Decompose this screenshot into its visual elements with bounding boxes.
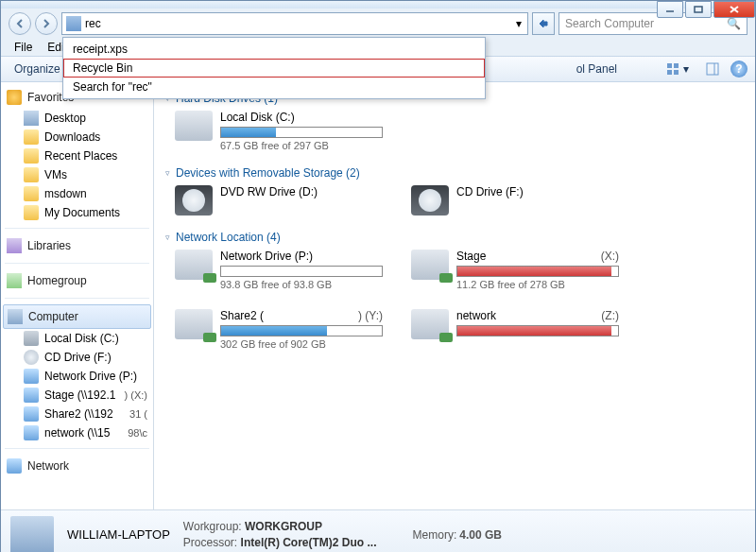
- drive-local-c[interactable]: Local Disk (C:) 67.5 GB free of 297 GB: [175, 111, 383, 151]
- drive-network-p[interactable]: Network Drive (P:) 93.8 GB free of 93.8 …: [175, 250, 383, 290]
- preview-icon: [706, 62, 719, 76]
- details-title: WILLIAM-LAPTOP: [67, 527, 170, 542]
- svg-rect-6: [667, 70, 672, 75]
- nav-network-drive-p[interactable]: Network Drive (P:): [3, 367, 151, 386]
- capacity-bar: [456, 325, 619, 336]
- menu-file[interactable]: File: [7, 39, 40, 56]
- nav-desktop[interactable]: Desktop: [3, 109, 151, 128]
- nav-downloads[interactable]: Downloads: [3, 128, 151, 147]
- suggestion-item[interactable]: receipt.xps: [63, 40, 485, 59]
- folder-icon: [24, 129, 39, 145]
- drive-network-z[interactable]: network (Z:): [411, 309, 619, 350]
- computer-thumb-icon: [10, 516, 54, 553]
- folder-icon: [24, 148, 39, 164]
- address-dropdown[interactable]: ▾: [510, 13, 527, 34]
- computer-icon: [8, 309, 23, 324]
- nav-vms[interactable]: VMs: [3, 165, 151, 184]
- address-bar[interactable]: ▾ receipt.xps Recycle Bin Search for "re…: [61, 12, 528, 35]
- back-button[interactable]: [9, 12, 31, 35]
- network-drive-icon: [24, 388, 39, 403]
- chevron-down-icon: ▾: [683, 62, 689, 76]
- network-drive-icon: [175, 309, 213, 339]
- svg-rect-1: [695, 7, 702, 12]
- capacity-bar: [220, 325, 383, 336]
- folder-icon: [24, 205, 39, 220]
- drive-label: Stage (X:): [456, 250, 619, 263]
- forward-button[interactable]: [35, 12, 58, 35]
- group-header[interactable]: ▿Devices with Removable Storage (2): [165, 164, 744, 181]
- toolbar-label: ol Panel: [576, 62, 617, 76]
- network-drive-icon: [411, 309, 449, 339]
- svg-rect-4: [667, 63, 672, 68]
- nav-msdown[interactable]: msdown: [3, 184, 151, 203]
- optical-drive-icon: [175, 185, 213, 216]
- drive-label: CD Drive (F:): [456, 185, 619, 198]
- nav-mydocuments[interactable]: My Documents: [3, 203, 151, 222]
- drive-capacity: 302 GB free of 902 GB: [220, 338, 383, 350]
- group-network: ▿Network Location (4) Network Drive (P:)…: [165, 229, 744, 354]
- group-header[interactable]: ▿Network Location (4): [165, 229, 744, 246]
- collapse-icon: ▿: [165, 168, 170, 178]
- drive-stage-x[interactable]: Stage (X:) 11.2 GB free of 278 GB: [411, 250, 619, 290]
- nav-cd-drive-f[interactable]: CD Drive (F:): [3, 348, 151, 367]
- folder-icon: [24, 186, 39, 201]
- drive-label: Local Disk (C:): [220, 111, 383, 124]
- nav-computer[interactable]: Computer: [3, 304, 151, 329]
- homegroup-icon: [7, 273, 22, 288]
- titlebar: [1, 1, 755, 9]
- close-button[interactable]: [713, 1, 755, 18]
- nav-row: ▾ receipt.xps Recycle Bin Search for "re…: [1, 9, 755, 39]
- drive-capacity: 93.8 GB free of 93.8 GB: [220, 279, 383, 290]
- help-button[interactable]: ?: [730, 60, 747, 78]
- network-drive-icon: [411, 250, 449, 280]
- content-pane: ▿Hard Disk Drives (1) Local Disk (C:) 67…: [154, 82, 755, 509]
- nav-homegroup[interactable]: Homegroup: [3, 269, 151, 292]
- computer-icon: [66, 16, 81, 31]
- drive-dvd-d[interactable]: DVD RW Drive (D:): [175, 185, 383, 216]
- body: Favorites Desktop Downloads Recent Place…: [1, 82, 755, 509]
- collapse-icon: ▿: [165, 233, 170, 242]
- details-columns: Workgroup: WORKGROUP Processor: Intel(R)…: [183, 519, 377, 551]
- preview-pane-button[interactable]: [700, 60, 725, 78]
- details-memory: Memory: 4.00 GB: [413, 528, 502, 542]
- window-controls: [657, 1, 755, 18]
- address-input[interactable]: [85, 14, 510, 33]
- maximize-button[interactable]: [685, 1, 712, 18]
- capacity-bar: [456, 266, 619, 277]
- nav-recent-places[interactable]: Recent Places: [3, 147, 151, 165]
- capacity-bar: [220, 127, 383, 138]
- drive-icon: [24, 331, 39, 346]
- drive-label: Network Drive (P:): [220, 250, 383, 263]
- hdd-icon: [175, 111, 213, 141]
- network-drive-icon: [175, 250, 213, 280]
- nav-share2-y[interactable]: Share2 (\\19231 (: [3, 405, 151, 423]
- nav-local-disk-c[interactable]: Local Disk (C:): [3, 329, 151, 348]
- group-removable: ▿Devices with Removable Storage (2) DVD …: [165, 164, 744, 219]
- nav-stage-x[interactable]: Stage (\\192.1) (X:): [3, 386, 151, 405]
- details-pane: WILLIAM-LAPTOP Workgroup: WORKGROUP Proc…: [1, 509, 755, 552]
- drive-share2-y[interactable]: Share2 ( ) (Y:) 302 GB free of 902 GB: [175, 309, 383, 350]
- svg-rect-5: [674, 63, 679, 68]
- search-icon: 🔍: [727, 17, 741, 30]
- drive-cd-f[interactable]: CD Drive (F:): [411, 185, 619, 216]
- network-icon: [7, 458, 22, 474]
- nav-libraries[interactable]: Libraries: [3, 234, 151, 257]
- view-button[interactable]: ▾: [661, 60, 695, 78]
- optical-drive-icon: [24, 350, 39, 365]
- network-drive-icon: [24, 425, 39, 440]
- nav-network-z[interactable]: network (\\1598\c: [3, 423, 151, 442]
- drive-label: network (Z:): [456, 309, 619, 322]
- nav-network[interactable]: Network: [3, 455, 151, 477]
- network-drive-icon: [24, 406, 39, 422]
- network-drive-icon: [24, 369, 39, 384]
- go-button[interactable]: [532, 12, 555, 35]
- navigation-pane: Favorites Desktop Downloads Recent Place…: [1, 82, 154, 509]
- svg-rect-7: [674, 70, 679, 75]
- minimize-button[interactable]: [657, 1, 683, 18]
- star-icon: [7, 90, 22, 105]
- libraries-icon: [7, 238, 22, 253]
- address-suggestions: receipt.xps Recycle Bin Search for "rec": [62, 37, 486, 99]
- suggestion-item[interactable]: Search for "rec": [63, 78, 485, 96]
- suggestion-item[interactable]: Recycle Bin: [63, 59, 485, 78]
- desktop-icon: [24, 111, 39, 126]
